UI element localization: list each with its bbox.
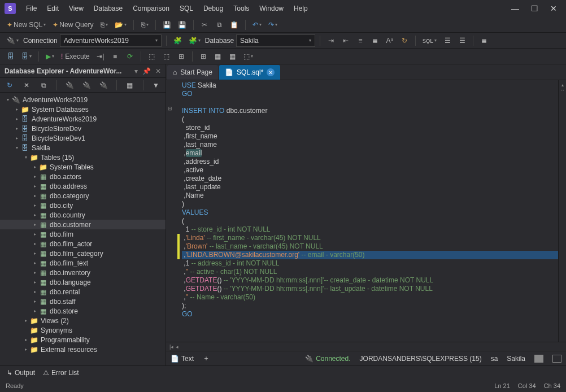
tree-node[interactable]: ▾🗄Sakila [0, 143, 166, 153]
explorer-close-icon[interactable]: ✕ [155, 67, 161, 75]
expand-icon[interactable]: ▸ [32, 260, 38, 265]
tool-btn-4[interactable]: ⊞ [197, 50, 210, 63]
tool-btn-7[interactable]: ⬚▾ [241, 50, 255, 63]
tree-node[interactable]: ▸▦dbo.inventory [0, 268, 166, 277]
code-line[interactable]: ,'Linda' -- first_name - varchar(45) NOT… [177, 234, 558, 242]
menu-help[interactable]: Help [289, 2, 312, 15]
menu-database[interactable]: Database [89, 2, 127, 15]
conn-icon[interactable]: 🔌▾ [5, 34, 21, 47]
code-line[interactable]: ,GETDATE() -- 'YYYY-MM-DD hh:mm:ss[.nnn]… [177, 276, 558, 285]
refresh-tree-button[interactable]: ↻ [3, 79, 16, 92]
fold-icon[interactable]: ⊟ [166, 106, 174, 111]
code-line[interactable]: store_id [177, 124, 558, 132]
project-button[interactable]: ⎘▾ [138, 19, 151, 31]
expand-icon[interactable]: ▸ [32, 232, 38, 237]
explorer-tree[interactable]: ▾🔌AdventureWorks2019▸📁System Databases▸🗄… [0, 93, 166, 365]
scroll-left-icon[interactable]: |◂ [169, 344, 173, 350]
expand-icon[interactable]: ▸ [32, 241, 38, 246]
cut-button[interactable]: ✂ [198, 19, 211, 31]
minimap-scrollbar[interactable]: ▴ ↔ [558, 80, 566, 342]
tree-node[interactable]: ▸▦dbo.film_text [0, 258, 166, 268]
code-line[interactable]: ,email [177, 149, 558, 158]
conn-tool-3[interactable]: 🔌 [97, 79, 110, 92]
tree-node[interactable]: ▸📁Programmability [0, 335, 166, 345]
editor-tab[interactable]: 📄SQL.sql*✕ [219, 65, 280, 80]
expand-icon[interactable]: ▸ [32, 222, 38, 227]
expand-icon[interactable]: ▾ [14, 145, 20, 150]
code-line[interactable]: ( [177, 115, 558, 124]
view-mode-1[interactable] [534, 355, 543, 363]
code-line[interactable]: USE Sakila [177, 81, 558, 90]
add-tab-button[interactable]: ＋ [203, 354, 210, 363]
tree-node[interactable]: ▸📁System Tables [0, 162, 166, 172]
tree-node[interactable]: ▸▦dbo.film [0, 229, 166, 239]
tab-close-icon[interactable]: ✕ [267, 68, 275, 76]
tool-btn-5[interactable]: ▦ [212, 50, 224, 63]
code-line[interactable]: ,address_id [177, 158, 558, 166]
db-run-icon2[interactable]: 🗄▾ [19, 50, 34, 63]
tree-node[interactable]: ▸▦dbo.category [0, 191, 166, 201]
code-line[interactable]: 1 -- store_id - int NOT NULL [177, 225, 558, 234]
tree-node[interactable]: ▸🗄BicycleStoreDev [0, 124, 166, 133]
tree-node[interactable]: ▸▦dbo.staff [0, 297, 166, 306]
tree-node[interactable]: ▸📁Views (2) [0, 316, 166, 325]
copy-button[interactable]: ⧉ [213, 19, 225, 31]
menu-window[interactable]: Window [255, 2, 288, 15]
align-button1[interactable]: ☰ [441, 34, 454, 47]
output-tab[interactable]: ↳ Output [7, 369, 35, 377]
tree-node[interactable]: ▸📁System Databases [0, 104, 166, 114]
tree-node[interactable]: ▸📁External resources [0, 345, 166, 354]
db-run-icon[interactable]: 🗄 [5, 50, 17, 63]
expand-icon[interactable]: ▾ [23, 155, 29, 160]
database-combo[interactable]: Sakila▾ [236, 34, 315, 47]
code-line[interactable]: ,first_name [177, 132, 558, 141]
expand-icon[interactable]: ▸ [32, 308, 38, 313]
text-mode-tab[interactable]: 📄 Text [171, 355, 194, 363]
align-button2[interactable]: ☰ [456, 34, 468, 47]
menu-debug[interactable]: Debug [199, 2, 228, 15]
tree-node[interactable]: ▸▦dbo.film_actor [0, 239, 166, 249]
tool-btn-6[interactable]: ▦ [227, 50, 239, 63]
copy-node-button[interactable]: ⧉ [37, 79, 50, 92]
expand-icon[interactable]: ▸ [32, 299, 38, 304]
expand-icon[interactable]: ▸ [14, 116, 20, 121]
code-line[interactable]: ); [177, 302, 558, 310]
code-line[interactable]: GO [177, 90, 558, 98]
expand-icon[interactable]: ▸ [32, 280, 38, 285]
tree-node[interactable]: ▸▦dbo.customer [0, 220, 166, 229]
case-button[interactable]: Aᵃ [384, 34, 396, 47]
connection-combo[interactable]: AdventureWorks2019▾ [60, 34, 162, 47]
view-mode-2[interactable] [552, 355, 561, 363]
menu-tools[interactable]: Tools [229, 2, 254, 15]
indent-right-button[interactable]: ⇤ [339, 34, 352, 47]
expand-icon[interactable]: ▸ [23, 337, 29, 342]
code-line[interactable]: ,1 -- address_id - int NOT NULL [177, 259, 558, 268]
expand-icon[interactable]: ▸ [14, 107, 20, 112]
tree-node[interactable]: ▸🗄BicycleStoreDev1 [0, 133, 166, 143]
scroll-widen-icon[interactable]: ↔ [560, 88, 565, 93]
expand-icon[interactable]: ▸ [23, 347, 29, 352]
expand-icon[interactable]: ▸ [32, 270, 38, 275]
tree-node[interactable]: ▸▦dbo.store [0, 306, 166, 316]
minimize-button[interactable]: — [511, 4, 520, 13]
code-line[interactable]: ,'LINDA.BROWN@sakilacustomer.org' -- ema… [177, 251, 558, 259]
tree-node[interactable]: ▾📁Tables (15) [0, 153, 166, 162]
expand-icon[interactable]: ▸ [32, 184, 38, 189]
db-icon[interactable]: 🧩 [171, 34, 184, 47]
tree-node[interactable]: ▸▦dbo.language [0, 277, 166, 287]
db-icon2[interactable]: 🧩▾ [186, 34, 203, 47]
menu-view[interactable]: View [64, 2, 88, 15]
step-button[interactable]: ⇥| [94, 50, 107, 63]
delete-node-button[interactable]: ✕ [20, 79, 33, 92]
code-line[interactable]: GO [177, 310, 558, 319]
new-obj-button[interactable]: ⎘▾ [98, 19, 110, 31]
horizontal-scrollbar[interactable]: |◂ ◂ [166, 342, 566, 351]
filter-button[interactable]: ▼ [150, 79, 162, 92]
comment-button[interactable]: ≡ [354, 34, 367, 47]
maximize-button[interactable]: ☐ [530, 4, 539, 13]
close-button[interactable]: ✕ [549, 4, 558, 13]
expand-icon[interactable]: ▾ [5, 97, 11, 102]
redo-button[interactable]: ↷▾ [266, 19, 280, 31]
tool-btn-2[interactable]: ⬚ [160, 50, 173, 63]
list-button[interactable]: ≣ [478, 34, 490, 47]
